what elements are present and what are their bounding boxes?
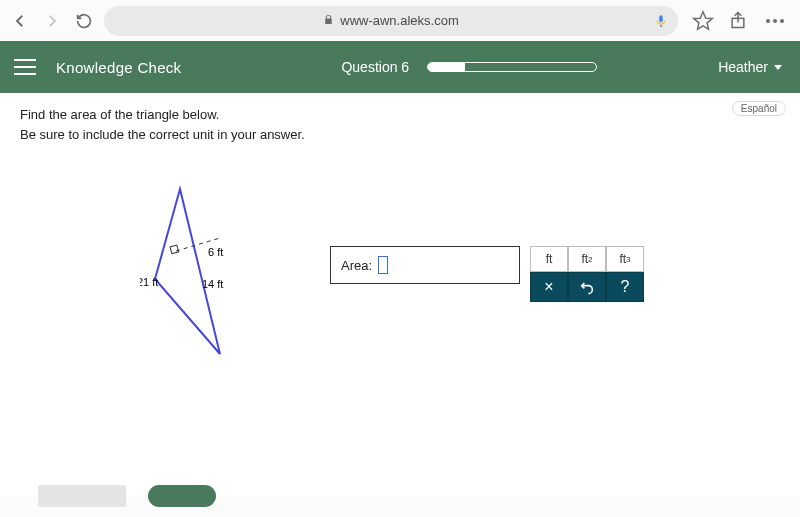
height-label: 6 ft: [208, 246, 223, 258]
question-line-2: Be sure to include the correct unit in y…: [20, 127, 305, 142]
side-left-label: 21 ft: [140, 276, 158, 288]
url-text: www-awn.aleks.com: [340, 13, 458, 28]
favorite-icon[interactable]: [692, 10, 714, 32]
triangle-figure: 6 ft 21 ft 14 ft: [140, 184, 290, 367]
answer-label: Area:: [341, 258, 372, 273]
page-title: Knowledge Check: [56, 59, 181, 76]
unit-ft3[interactable]: ft3: [606, 246, 644, 272]
unit-ft2[interactable]: ft2: [568, 246, 606, 272]
user-name: Heather: [718, 59, 768, 75]
browser-toolbar: www-awn.aleks.com: [0, 0, 800, 41]
clear-button[interactable]: ×: [530, 272, 568, 302]
question-line-1: Find the area of the triangle below.: [20, 107, 219, 122]
question-text: Find the area of the triangle below. Be …: [20, 105, 780, 144]
content-area: Español Find the area of the triangle be…: [0, 93, 800, 497]
progress-bar: [427, 62, 597, 72]
menu-button[interactable]: [14, 59, 36, 75]
mic-icon[interactable]: [654, 14, 668, 28]
input-cursor: [378, 256, 388, 274]
answer-input[interactable]: Area:: [330, 246, 520, 284]
primary-button[interactable]: [148, 485, 216, 507]
more-icon[interactable]: [764, 10, 786, 32]
app-header: Knowledge Check Question 6 Heather: [0, 41, 800, 93]
unit-toolbar: ft ft2 ft3 × ?: [530, 246, 644, 302]
progress-fill: [428, 63, 465, 71]
user-menu[interactable]: Heather: [718, 59, 782, 75]
forward-button[interactable]: [40, 9, 64, 33]
share-icon[interactable]: [728, 10, 750, 32]
secondary-button[interactable]: [38, 485, 126, 507]
address-bar[interactable]: www-awn.aleks.com: [104, 6, 678, 36]
side-right-label: 14 ft: [202, 278, 223, 290]
lock-icon: [323, 14, 334, 27]
reload-button[interactable]: [72, 9, 96, 33]
unit-ft[interactable]: ft: [530, 246, 568, 272]
back-button[interactable]: [8, 9, 32, 33]
question-number: Question 6: [341, 59, 409, 75]
svg-marker-0: [694, 11, 712, 28]
language-button[interactable]: Español: [732, 101, 786, 116]
help-button[interactable]: ?: [606, 272, 644, 302]
chevron-down-icon: [774, 65, 782, 70]
svg-rect-4: [170, 245, 179, 254]
svg-marker-2: [155, 189, 220, 354]
undo-button[interactable]: [568, 272, 606, 302]
